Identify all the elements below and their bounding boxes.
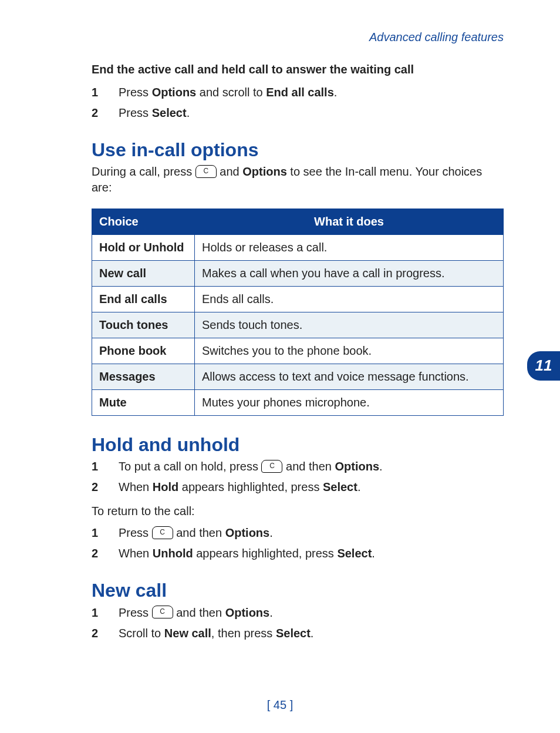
bold-text: Options [225, 526, 270, 539]
steps-end-active: 1 Press Options and scroll to End all ca… [92, 85, 504, 121]
step-body: When Hold appears highlighted, press Sel… [119, 479, 504, 495]
text: Press [119, 86, 152, 99]
text: and then [173, 526, 225, 539]
step-number: 1 [92, 85, 102, 100]
table-row: Touch tones Sends touch tones. [92, 312, 504, 338]
list-item: 2 When Unhold appears highlighted, press… [92, 546, 504, 561]
section-heading-in-call-options: Use in-call options [92, 137, 504, 163]
table-row: End all calls Ends all calls. [92, 287, 504, 312]
cell-choice: Touch tones [92, 312, 195, 338]
column-header-choice: Choice [92, 209, 195, 235]
cell-choice: Mute [92, 390, 195, 416]
text: To put a call on hold, press [119, 460, 261, 473]
list-item: 1 Press Options and scroll to End all ca… [92, 85, 504, 100]
text: , then press [211, 627, 276, 640]
list-item: 2 When Hold appears highlighted, press S… [92, 479, 504, 495]
bold-text: Select [337, 547, 372, 560]
text: . [269, 606, 273, 619]
c-key-icon: C [261, 460, 282, 473]
text: . [187, 106, 190, 119]
section-heading-new-call: New call [92, 578, 504, 603]
list-item: 2 Press Select. [92, 105, 504, 121]
list-item: 1 To put a call on hold, press C and the… [92, 459, 504, 475]
step-number: 1 [92, 459, 102, 475]
text: . [311, 627, 314, 640]
text: appears highlighted, press [178, 480, 323, 493]
step-number: 2 [92, 479, 102, 495]
text: . [379, 460, 383, 473]
text: Press [119, 106, 152, 119]
c-key-icon: C [195, 165, 217, 178]
intro-in-call: During a call, press C and Options to se… [92, 164, 504, 196]
text: . [357, 480, 361, 493]
steps-new-call: 1 Press C and then Options. 2 Scroll to … [92, 605, 504, 641]
text: and scroll to [196, 86, 266, 99]
text: and then [282, 460, 335, 473]
cell-choice: End all calls [92, 287, 195, 312]
cell-what: Sends touch tones. [195, 312, 504, 338]
list-item: 2 Scroll to New call, then press Select. [92, 626, 504, 641]
step-number: 1 [92, 605, 102, 621]
table-row: Hold or Unhold Holds or releases a call. [92, 235, 504, 261]
page: Advanced calling features End the active… [0, 0, 560, 733]
table-row: Mute Mutes your phones microphone. [92, 390, 504, 416]
step-body: Press C and then Options. [119, 525, 504, 541]
page-footer: [ 45 ] [0, 697, 560, 713]
text: Press [119, 526, 152, 539]
text: and [217, 165, 242, 178]
list-item: 1 Press C and then Options. [92, 605, 504, 621]
text: When [119, 480, 153, 493]
step-body: To put a call on hold, press C and then … [119, 459, 504, 475]
bold-text: Options [152, 86, 197, 99]
cell-choice: Hold or Unhold [92, 235, 195, 261]
text: . [372, 547, 375, 560]
steps-unhold: 1 Press C and then Options. 2 When Unhol… [92, 525, 504, 561]
bold-text: Select [323, 480, 357, 493]
in-call-options-table: Choice What it does Hold or Unhold Holds… [92, 209, 504, 416]
table-row: New call Makes a call when you have a ca… [92, 261, 504, 287]
text: Press [119, 606, 152, 619]
cell-choice: New call [92, 261, 195, 287]
text: and then [173, 606, 225, 619]
bold-text: Unhold [153, 547, 193, 560]
text: . [334, 86, 338, 99]
step-body: Scroll to New call, then press Select. [119, 626, 504, 641]
step-body: When Unhold appears highlighted, press S… [119, 546, 504, 561]
step-number: 2 [92, 546, 102, 561]
column-header-what: What it does [195, 209, 504, 235]
cell-choice: Phone book [92, 338, 195, 364]
table-row: Phone book Switches you to the phone boo… [92, 338, 504, 364]
cell-what: Ends all calls. [195, 287, 504, 312]
cell-what: Makes a call when you have a call in pro… [195, 261, 504, 287]
cell-what: Mutes your phones microphone. [195, 390, 504, 416]
cell-what: Switches you to the phone book. [195, 338, 504, 364]
step-body: Press Options and scroll to End all call… [119, 85, 504, 100]
step-number: 2 [92, 626, 102, 641]
list-item: 1 Press C and then Options. [92, 525, 504, 541]
running-head: Advanced calling features [92, 29, 504, 45]
table-header-row: Choice What it does [92, 209, 504, 235]
bold-text: End all calls [266, 86, 334, 99]
text: appears highlighted, press [193, 547, 338, 560]
text: During a call, press [92, 165, 195, 178]
step-number: 2 [92, 105, 102, 121]
text: When [119, 547, 153, 560]
sub-heading-end-active: End the active call and held call to ans… [92, 62, 504, 78]
bold-text: Options [335, 460, 379, 473]
table-row: Messages Allows access to text and voice… [92, 364, 504, 390]
cell-what: Allows access to text and voice message … [195, 364, 504, 390]
step-body: Press C and then Options. [119, 605, 504, 621]
c-key-icon: C [152, 606, 173, 618]
bold-text: Select [276, 627, 311, 640]
chapter-tab: 11 [527, 351, 560, 381]
bold-text: Options [242, 165, 287, 178]
step-number: 1 [92, 525, 102, 541]
section-heading-hold-unhold: Hold and unhold [92, 432, 504, 458]
step-body: Press Select. [119, 105, 504, 121]
return-intro: To return to the call: [92, 503, 504, 519]
bold-text: New call [164, 627, 211, 640]
bold-text: Options [225, 606, 270, 619]
bold-text: Hold [153, 480, 178, 493]
cell-what: Holds or releases a call. [195, 235, 504, 261]
text: . [269, 526, 273, 539]
